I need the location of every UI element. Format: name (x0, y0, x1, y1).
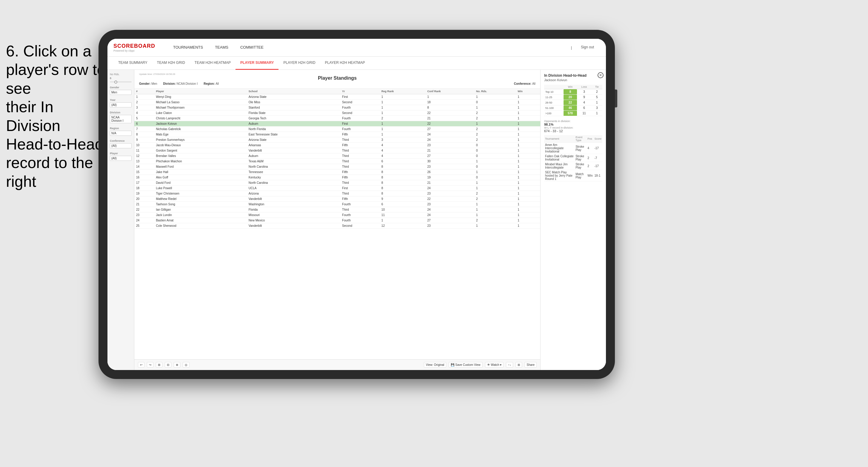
table-row[interactable]: 4 Luke Claton Florida State Second 1 22 … (134, 111, 540, 116)
h2h-row: Top 10 8 3 2 (544, 89, 602, 95)
no-rds-slider[interactable] (110, 82, 132, 82)
cell-player: Matthew Riedel (154, 196, 247, 202)
cell-win: 1 (516, 153, 540, 159)
watch-button[interactable]: 👁 Watch ▾ (485, 362, 504, 368)
cell-rds: 1 (474, 159, 516, 164)
gender-label: Gender (110, 86, 132, 89)
table-row[interactable]: 15 Jake Hall Tennessee Fifth 8 26 1 1 (134, 169, 540, 175)
division-value[interactable]: NCAA Division I (110, 115, 132, 123)
toolbar-misc5[interactable]: ↑↓ (506, 362, 513, 368)
power-button[interactable] (615, 90, 617, 107)
instruction-line4: Head-to-Head (6, 135, 103, 153)
table-row[interactable]: 18 Luke Powell UCLA First 8 24 1 1 (134, 186, 540, 191)
cell-school: Florida (247, 207, 340, 213)
tab-team-summary[interactable]: TEAM SUMMARY (114, 57, 152, 70)
table-row[interactable]: 16 Alex Goff Kentucky Fifth 8 19 0 1 (134, 175, 540, 180)
table-row[interactable]: 10 Jacob Mau-Dieaux Arkansas Fifth 4 23 … (134, 143, 540, 148)
table-row[interactable]: 22 Ian Gilligan Florida Third 10 24 1 1 (134, 207, 540, 213)
toolbar-misc4[interactable]: ◎ (183, 362, 190, 368)
table-row[interactable]: 24 Bastien Amat New Mexico Fourth 1 27 2… (134, 218, 540, 223)
cell-rds: 1 (474, 207, 516, 213)
table-row[interactable]: 5 Christo Lamprecht Georgia Tech Fourth … (134, 116, 540, 121)
save-custom-button[interactable]: 💾 Save Custom View (448, 362, 483, 368)
tournament-pos: 2 (587, 162, 593, 170)
view-original-button[interactable]: View: Original (424, 362, 446, 368)
conference-value[interactable]: (All) (110, 143, 132, 148)
update-time: Update time: 27/03/2024 16:56:26 (139, 73, 535, 75)
nav-committee[interactable]: COMMITTEE (234, 39, 270, 57)
instruction-line5: record to the right (6, 154, 93, 190)
h2h-table-body: Top 10 8 3 2 11-25 20 9 5 26-50 22 4 1 5… (544, 89, 602, 116)
close-h2h-button[interactable]: ✕ (597, 72, 603, 78)
year-value[interactable]: (All) (110, 102, 132, 107)
region-value[interactable]: N/A (110, 131, 132, 136)
h2h-loss: 6 (577, 105, 592, 111)
cell-conf: 24 (425, 186, 474, 191)
cell-yr: Third (340, 180, 380, 186)
tab-player-h2h-grid[interactable]: PLAYER H2H GRID (278, 57, 320, 70)
cell-conf: 27 (425, 153, 474, 159)
cell-conf: 26 (425, 169, 474, 175)
player-table-body: 1 Wenyi Ding Arizona State First 1 1 1 1… (134, 94, 540, 228)
table-row[interactable]: 9 Preston Summerhays Arizona State Third… (134, 137, 540, 143)
cell-reg: 10 (380, 207, 426, 213)
tournament-row: Amer Am Intercollegiate Invitational Str… (544, 143, 602, 154)
tab-team-h2h-heatmap[interactable]: TEAM H2H HEATMAP (190, 57, 236, 70)
tab-team-h2h-grid[interactable]: TEAM H2H GRID (152, 57, 190, 70)
table-row[interactable]: 17 David Ford North Carolina Third 8 21 … (134, 180, 540, 186)
redo-button[interactable]: ↪ (147, 362, 153, 368)
cell-reg: 1 (380, 121, 426, 127)
cell-yr: Third (340, 164, 380, 169)
table-row[interactable]: 25 Cole Sherwood Vanderbilt Second 12 23… (134, 223, 540, 228)
year-label: Year (110, 98, 132, 101)
cell-reg: 4 (380, 153, 426, 159)
player-value[interactable]: (All) (110, 156, 132, 161)
cell-school: East Tennessee State (247, 132, 340, 137)
table-row[interactable]: 12 Brendan Valles Auburn Third 4 27 0 1 (134, 153, 540, 159)
table-row[interactable]: 11 Gordon Sargent Vanderbilt Third 4 21 … (134, 148, 540, 153)
table-row[interactable]: 2 Michael La Sasso Ole Miss Second 1 18 … (134, 100, 540, 105)
toolbar-misc6[interactable]: ⊞ (516, 362, 522, 368)
table-row[interactable]: 20 Matthew Riedel Vanderbilt Fifth 9 22 … (134, 196, 540, 202)
cell-win: 1 (516, 213, 540, 218)
cell-conf: 23 (425, 223, 474, 228)
cell-win: 1 (516, 159, 540, 164)
tab-player-summary[interactable]: PLAYER SUMMARY (236, 57, 278, 70)
sign-out-link[interactable]: Sign out (575, 39, 600, 57)
cell-win: 1 (516, 143, 540, 148)
cell-school: Washington (247, 202, 340, 207)
cell-yr: Fifth (340, 132, 380, 137)
table-row[interactable]: 14 Maxwell Ford North Carolina Third 8 2… (134, 164, 540, 169)
nav-tournaments[interactable]: TOURNAMENTS (167, 39, 209, 57)
cell-reg: 1 (380, 127, 426, 132)
table-row[interactable]: 1 Wenyi Ding Arizona State First 1 1 1 1 (134, 94, 540, 100)
cell-num: 18 (134, 186, 154, 191)
toolbar-misc3[interactable]: ⊕ (174, 362, 180, 368)
table-row[interactable]: 19 Tiger Christensen Arizona Third 8 23 … (134, 191, 540, 196)
cell-reg: 1 (380, 105, 426, 111)
cell-school: Arizona (247, 191, 340, 196)
toolbar-misc1[interactable]: ⊞ (156, 362, 162, 368)
table-row[interactable]: 21 Taehoon Song Washington Fourth 6 23 1… (134, 202, 540, 207)
table-row[interactable]: 8 Mats Ege East Tennessee State Fifth 1 … (134, 132, 540, 137)
cell-num: 17 (134, 180, 154, 186)
gender-value[interactable]: Men (110, 90, 132, 95)
table-row[interactable]: 13 Phichakon Maichon Texas A&M Third 6 3… (134, 159, 540, 164)
tab-player-h2h-heatmap[interactable]: PLAYER H2H HEATMAP (320, 57, 370, 70)
table-row[interactable]: 7 Nicholas Gabrelcik North Florida Fourt… (134, 127, 540, 132)
table-row[interactable]: 6 Jackson Koivun Auburn First 1 22 1 1 (134, 121, 540, 127)
cell-player: Michael La Sasso (154, 100, 247, 105)
share-button[interactable]: Share (524, 362, 537, 368)
table-row[interactable]: 3 Michael Thorbjornsen Stanford Fourth 1… (134, 105, 540, 111)
cell-conf: 21 (425, 148, 474, 153)
cell-player: Wenyi Ding (154, 94, 247, 100)
undo-button[interactable]: ↩ (138, 362, 145, 368)
cell-player: Taehoon Song (154, 202, 247, 207)
table-row[interactable]: 23 Jack Lundin Missouri Fourth 11 24 1 1 (134, 213, 540, 218)
no-rds-filter: No Rds. 6 (110, 73, 132, 82)
cell-rds: 2 (474, 218, 516, 223)
cell-win: 1 (516, 94, 540, 100)
nav-teams[interactable]: TEAMS (209, 39, 234, 57)
cell-reg: 1 (380, 132, 426, 137)
toolbar-misc2[interactable]: ⊟ (165, 362, 171, 368)
